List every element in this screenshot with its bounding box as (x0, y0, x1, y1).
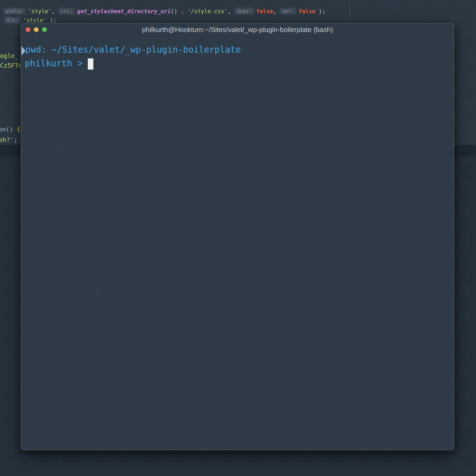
code-line-2: dle:'style' ); (0, 8, 57, 24)
window-titlebar[interactable]: philkurth@Hookturn:~/Sites/valet/_wp-plu… (21, 23, 454, 36)
terminal-block-cursor (88, 58, 93, 70)
editor-column-guide (349, 0, 350, 23)
code-fragment-hash: Cz5FTm (0, 62, 22, 70)
param-hint-ver: ver: (280, 8, 296, 15)
code-punctuation: ); (315, 8, 325, 15)
code-fragment-string: eh?'; (0, 136, 17, 144)
minimize-button[interactable] (34, 27, 39, 32)
code-fragment-function: on() { (0, 125, 20, 133)
param-hint-handle: dle: (4, 17, 21, 24)
code-keyword-false: false (256, 8, 273, 15)
code-fragment-brace: { (17, 126, 20, 133)
terminal-prompt-text: philkurth > (25, 58, 88, 69)
code-keyword-false: false (299, 8, 315, 15)
terminal-content[interactable]: pwd: ~/Sites/valet/_wp-plugin-boilerplat… (21, 36, 454, 450)
traffic-lights (26, 23, 47, 36)
window-title: philkurth@Hookturn:~/Sites/valet/_wp-plu… (21, 26, 454, 34)
close-button[interactable] (26, 27, 30, 32)
param-hint-src: src: (58, 8, 75, 15)
code-punctuation: , (273, 8, 280, 15)
code-string-stylecss: '/style.css', (187, 8, 234, 15)
terminal-prompt-line: philkurth > (25, 58, 93, 70)
terminal-window[interactable]: philkurth@Hookturn:~/Sites/valet/_wp-plu… (21, 23, 454, 450)
code-fragment-parens: on() (0, 126, 17, 133)
zoom-button[interactable] (42, 27, 47, 32)
code-punctuation: () . (171, 8, 187, 15)
param-hint-deps: deps: (234, 8, 254, 15)
terminal-pwd-line: pwd: ~/Sites/valet/_wp-plugin-boilerplat… (25, 44, 241, 55)
code-function-name: get_stylesheet_directory_uri (77, 8, 171, 15)
prompt-marker-icon (21, 46, 26, 56)
code-fragment-google: ogle_ (0, 52, 18, 60)
code-fragment-semicolon: ; (13, 136, 17, 143)
code-fragment-string-text: eh?' (0, 136, 13, 143)
